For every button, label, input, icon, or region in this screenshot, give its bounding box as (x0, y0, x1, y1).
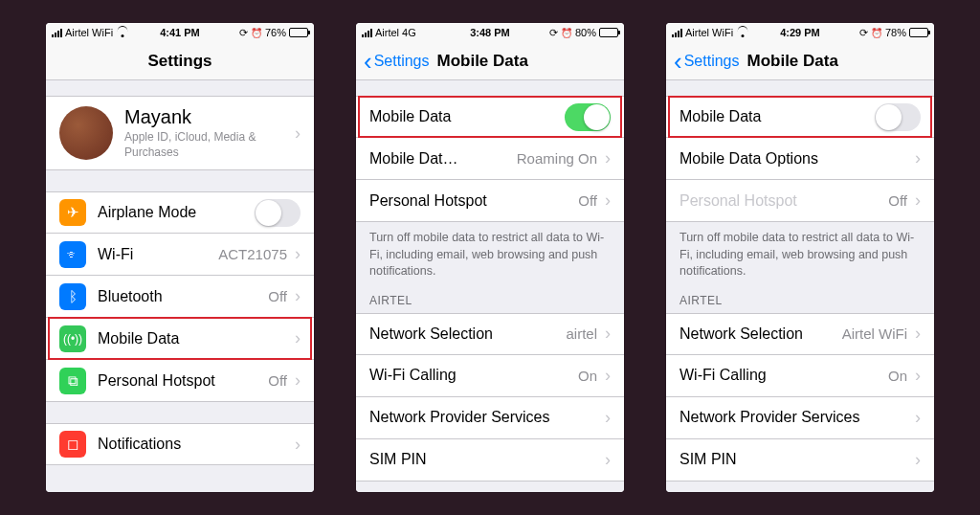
mobile-data-toggle-cell[interactable]: Mobile Data (356, 96, 624, 138)
rotation-lock-icon: ⟳ (239, 27, 248, 39)
network-selection-cell[interactable]: Network Selection Airtel WiFi › (666, 313, 934, 355)
back-label: Settings (374, 53, 430, 70)
hotspot-cell[interactable]: ⧉ Personal Hotspot Off › (46, 360, 314, 402)
cell-detail: airtel (566, 325, 597, 342)
cell-detail: Off (268, 288, 287, 304)
sim-pin-cell[interactable]: SIM PIN › (666, 439, 934, 481)
navbar: Settings (46, 42, 314, 80)
cell-label: Mobile Data Options (679, 150, 818, 168)
cell-detail: Roaming On (517, 150, 597, 167)
network-provider-cell[interactable]: Network Provider Services › (356, 397, 624, 439)
airplane-icon: ✈ (59, 199, 86, 226)
back-label: Settings (684, 53, 740, 70)
cell-label: Mobile Data (98, 330, 179, 347)
page-title: Mobile Data (436, 52, 527, 71)
network-selection-cell[interactable]: Network Selection airtel › (356, 313, 624, 355)
footer-note: Turn off mobile data to restrict all dat… (356, 222, 624, 288)
carrier-label: Airtel WiFi (65, 27, 113, 38)
chevron-icon: › (605, 190, 611, 211)
chevron-icon: › (605, 408, 611, 428)
battery-icon (599, 28, 618, 37)
cell-label: Airplane Mode (98, 204, 196, 221)
apple-id-cell[interactable]: Mayank Apple ID, iCloud, Media & Purchas… (46, 96, 314, 170)
sim-pin-cell[interactable]: SIM PIN › (356, 439, 624, 481)
chevron-icon: › (605, 148, 611, 168)
mobile-data-cell[interactable]: ((•)) Mobile Data › (46, 318, 314, 360)
screenshot-mobile-data-on: Airtel 4G 3:48 PM ⟳ ⏰ 80% Settings Mobil… (356, 23, 624, 492)
cell-label: SIM PIN (679, 451, 737, 468)
hotspot-cell[interactable]: Personal Hotspot Off › (666, 180, 934, 222)
cell-detail: Off (888, 192, 907, 209)
mobile-data-toggle[interactable] (875, 103, 921, 131)
mobile-data-toggle-cell[interactable]: Mobile Data (666, 96, 934, 138)
cell-label: Bluetooth (98, 288, 163, 305)
chevron-icon: › (915, 190, 921, 211)
mobile-data-toggle[interactable] (565, 103, 611, 131)
chevron-icon: › (605, 324, 611, 344)
avatar (59, 106, 113, 160)
chevron-icon: › (605, 450, 611, 470)
status-bar: Airtel WiFi 4:29 PM ⟳ ⏰ 78% (666, 23, 934, 42)
back-button[interactable]: Settings (674, 53, 739, 70)
signal-icon (672, 29, 682, 37)
chevron-icon: › (295, 328, 301, 348)
cell-label: Personal Hotspot (369, 192, 487, 210)
battery-pct: 76% (265, 27, 286, 38)
cell-label: Wi-Fi Calling (369, 367, 457, 384)
rotation-lock-icon: ⟳ (859, 27, 868, 39)
chevron-icon: › (915, 450, 921, 470)
signal-icon (362, 29, 372, 37)
cell-label: Network Selection (369, 325, 493, 343)
alarm-icon: ⏰ (251, 28, 262, 38)
hotspot-cell[interactable]: Personal Hotspot Off › (356, 180, 624, 222)
cell-detail: Airtel WiFi (842, 325, 907, 342)
cell-label: Notifications (98, 436, 181, 453)
cell-label: Mobile Dat… (369, 150, 457, 168)
alarm-icon: ⏰ (561, 28, 572, 38)
wifi-icon (116, 28, 128, 37)
antenna-icon: ((•)) (59, 325, 86, 352)
notifications-cell[interactable]: ◻ Notifications › (46, 423, 314, 465)
cell-label: Network Provider Services (679, 409, 860, 426)
profile-name: Mayank (124, 106, 295, 128)
cell-label: Personal Hotspot (98, 372, 215, 390)
cell-detail: ACT21075 (218, 246, 287, 262)
clock: 3:48 PM (470, 27, 510, 38)
profile-subtitle: Apple ID, iCloud, Media & Purchases (124, 130, 295, 160)
wifi-cell[interactable]: ᯤ Wi-Fi ACT21075 › (46, 234, 314, 276)
network-provider-cell[interactable]: Network Provider Services › (666, 397, 934, 439)
clock: 4:29 PM (780, 27, 820, 38)
back-button[interactable]: Settings (364, 53, 429, 70)
page-title: Settings (147, 52, 212, 71)
airplane-toggle[interactable] (255, 199, 301, 227)
cell-label: Network Selection (679, 325, 803, 343)
bell-icon: ◻ (59, 431, 86, 458)
navbar: Settings Mobile Data (356, 42, 624, 80)
bluetooth-icon: ᛒ (59, 283, 86, 310)
cell-label: Network Provider Services (369, 409, 550, 426)
cell-label: Mobile Data (679, 108, 761, 125)
chevron-icon: › (295, 435, 301, 455)
carrier-section-header: AIRTEL (666, 288, 934, 313)
wifi-calling-cell[interactable]: Wi-Fi Calling On › (356, 355, 624, 397)
cell-label: Mobile Data (369, 108, 451, 125)
signal-icon (52, 29, 62, 37)
page-title: Mobile Data (746, 52, 837, 71)
mobile-data-options-cell[interactable]: Mobile Data Options › (666, 138, 934, 180)
chevron-icon: › (915, 408, 921, 428)
clock: 4:41 PM (160, 27, 200, 38)
status-bar: Airtel 4G 3:48 PM ⟳ ⏰ 80% (356, 23, 624, 42)
cell-label: Wi-Fi Calling (679, 367, 767, 384)
battery-pct: 80% (575, 27, 596, 38)
mobile-data-options-cell[interactable]: Mobile Dat… Roaming On › (356, 138, 624, 180)
wifi-calling-cell[interactable]: Wi-Fi Calling On › (666, 355, 934, 397)
cell-detail: Off (578, 192, 597, 209)
chevron-icon: › (915, 148, 921, 168)
alarm-icon: ⏰ (871, 28, 882, 38)
chevron-icon: › (295, 123, 301, 144)
cell-detail: On (578, 368, 597, 384)
bluetooth-cell[interactable]: ᛒ Bluetooth Off › (46, 276, 314, 318)
carrier-label: Airtel 4G (375, 27, 416, 38)
airplane-mode-cell[interactable]: ✈ Airplane Mode (46, 191, 314, 234)
chevron-icon: › (915, 366, 921, 386)
